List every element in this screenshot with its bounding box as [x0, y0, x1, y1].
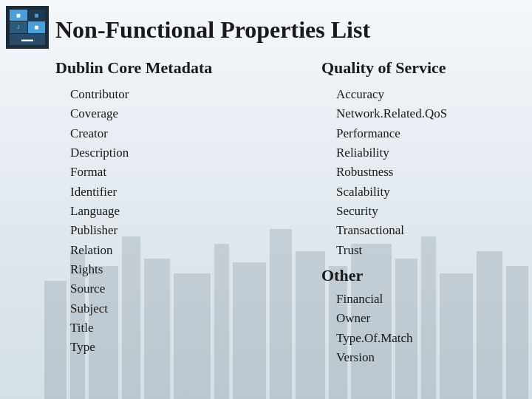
list-item: Title	[70, 318, 277, 338]
list-item: Reliability	[336, 143, 528, 163]
list-item: Contributor	[70, 85, 277, 104]
logo: ■ ■ J ■ ▬▬	[6, 6, 50, 50]
list-item: Language	[70, 202, 277, 221]
list-item: Financial	[336, 290, 528, 309]
list-item: Rights	[70, 260, 277, 279]
right-column: Quality of Service Accuracy Network.Rela…	[277, 58, 528, 367]
list-item: Trust	[336, 241, 528, 260]
list-item: Robustness	[336, 163, 528, 182]
list-item: Type.Of.Match	[336, 329, 528, 348]
list-item: Subject	[70, 299, 277, 318]
list-item: Type	[70, 338, 277, 357]
qos-title: Quality of Service	[321, 58, 528, 78]
list-item: Transactional	[336, 221, 528, 240]
list-item: Publisher	[70, 221, 277, 240]
other-list: Financial Owner Type.Of.Match Version	[321, 290, 528, 367]
list-item: Relation	[70, 241, 277, 260]
other-title: Other	[321, 266, 528, 285]
two-column-layout: Dublin Core Metadata Contributor Coverag…	[55, 58, 532, 367]
left-column: Dublin Core Metadata Contributor Coverag…	[55, 58, 277, 367]
list-item: Performance	[336, 124, 528, 143]
list-item: Version	[336, 348, 528, 367]
list-item: Network.Related.QoS	[336, 104, 528, 123]
list-item: Format	[70, 163, 277, 182]
list-item: Description	[70, 143, 277, 163]
list-item: Coverage	[70, 104, 277, 123]
list-item: Scalability	[336, 183, 528, 202]
main-content: Non-Functional Properties List Dublin Co…	[0, 0, 532, 367]
list-item: Owner	[336, 309, 528, 328]
dublin-core-list: Contributor Coverage Creator Description…	[55, 85, 277, 358]
list-item: Creator	[70, 124, 277, 143]
list-item: Identifier	[70, 183, 277, 202]
dublin-core-title: Dublin Core Metadata	[55, 58, 277, 78]
list-item: Source	[70, 279, 277, 299]
page-title: Non-Functional Properties List	[55, 7, 532, 44]
qos-list: Accuracy Network.Related.QoS Performance…	[321, 85, 528, 260]
list-item: Security	[336, 202, 528, 221]
list-item: Accuracy	[336, 85, 528, 104]
